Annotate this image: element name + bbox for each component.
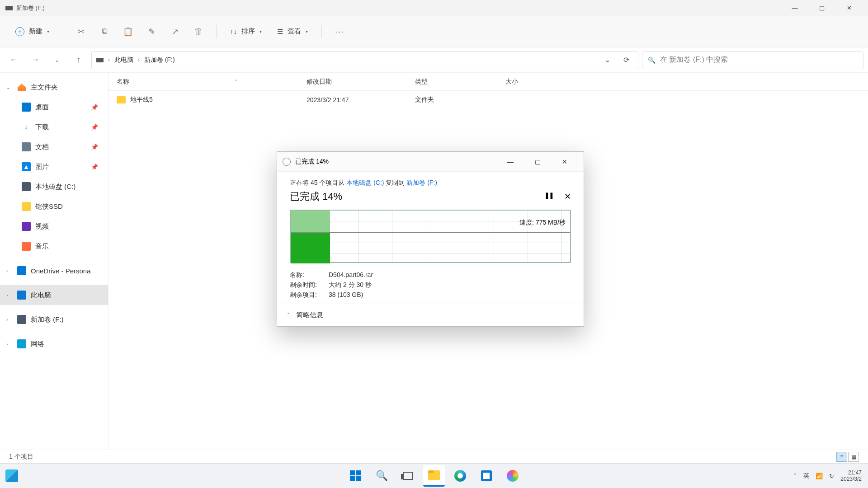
- name-value: D504.part06.rar: [329, 271, 373, 279]
- dialog-maximize-button[interactable]: ▢: [524, 154, 551, 170]
- column-size[interactable]: 大小: [497, 78, 561, 86]
- sidebar-videos[interactable]: 视频: [0, 216, 108, 236]
- status-bar: 1 个项目 ≡ ▦: [0, 450, 868, 463]
- sidebar-localdisk[interactable]: 本地磁盘 (C:): [0, 177, 108, 197]
- pin-icon: 📌: [91, 124, 98, 131]
- copy-dialog: 已完成 14% — ▢ ✕ 正在将 45 个项目从 本地磁盘 (C:) 复制到 …: [277, 151, 584, 327]
- sidebar-kioxia[interactable]: 铠侠SSD: [0, 197, 108, 216]
- sort-label: 排序: [241, 27, 255, 36]
- sidebar-thispc[interactable]: › 此电脑: [0, 285, 108, 305]
- sidebar-downloads[interactable]: ↓ 下载 📌: [0, 117, 108, 137]
- breadcrumb-drive[interactable]: 新加卷 (F:): [144, 56, 175, 64]
- up-button[interactable]: ↑: [70, 51, 88, 69]
- address-bar[interactable]: › 此电脑 › 新加卷 (F:) ⌄ ⟳: [91, 51, 638, 69]
- speed-chart: 速度: 775 MB/秒: [290, 210, 571, 263]
- more-button[interactable]: ⋯: [331, 23, 348, 40]
- sort-button[interactable]: ↑↓ 排序 ▾: [226, 24, 266, 38]
- address-dropdown[interactable]: ⌄: [600, 53, 614, 67]
- sidebar-label: 音乐: [35, 242, 49, 251]
- pin-icon: 📌: [91, 104, 98, 111]
- file-row[interactable]: 地平线5 2023/3/2 21:47 文件夹: [108, 91, 868, 109]
- rename-button[interactable]: ✎: [143, 23, 160, 40]
- details-view-button[interactable]: ≡: [836, 452, 847, 462]
- speed-label: 速度: 775 MB/秒: [519, 219, 566, 227]
- sort-icon: ↑↓: [230, 28, 237, 35]
- dialog-close-button[interactable]: ✕: [551, 154, 578, 170]
- collapse-label: 简略信息: [296, 311, 323, 319]
- time: 21:47: [840, 469, 862, 476]
- recent-button[interactable]: ⌄: [48, 51, 66, 69]
- breadcrumb-thispc[interactable]: 此电脑: [114, 56, 133, 64]
- taskview-button[interactable]: [397, 465, 419, 487]
- search-button[interactable]: 🔍: [371, 465, 392, 487]
- sidebar-onedrive[interactable]: › OneDrive - Persona: [0, 261, 108, 281]
- explorer-button[interactable]: [423, 465, 445, 487]
- sidebar-home[interactable]: ⌄ 主文件夹: [0, 77, 108, 97]
- pin-icon: 📌: [91, 164, 98, 170]
- new-button[interactable]: + 新建 ▾: [11, 24, 54, 39]
- items-value: 38 (103 GB): [329, 291, 363, 299]
- icons-view-button[interactable]: ▦: [848, 452, 859, 462]
- sidebar-desktop[interactable]: 桌面 📌: [0, 97, 108, 117]
- view-button[interactable]: ☰ 查看 ▾: [273, 24, 312, 38]
- chevron-down-icon: ⌄: [6, 85, 13, 90]
- cancel-button[interactable]: ✕: [564, 192, 571, 202]
- search-box[interactable]: 🔍 在 新加卷 (F:) 中搜索: [642, 51, 863, 69]
- dest-link[interactable]: 新加卷 (F:): [406, 179, 437, 186]
- sidebar-newvol[interactable]: › 新加卷 (F:): [0, 310, 108, 329]
- dialog-titlebar: 已完成 14% — ▢ ✕: [277, 152, 584, 172]
- sidebar-label: OneDrive - Persona: [31, 267, 91, 275]
- sidebar-music[interactable]: 音乐: [0, 236, 108, 256]
- file-type: 文件夹: [407, 96, 497, 104]
- widgets-button[interactable]: [5, 469, 18, 482]
- music-icon: [22, 242, 31, 251]
- sidebar-network[interactable]: › 网络: [0, 334, 108, 354]
- minimize-button[interactable]: —: [781, 1, 808, 15]
- refresh-button[interactable]: ⟳: [619, 53, 633, 67]
- cut-button[interactable]: ✂: [72, 23, 90, 40]
- clock[interactable]: 21:47 2023/3/2: [840, 469, 862, 483]
- close-button[interactable]: ✕: [835, 1, 863, 15]
- separator: [216, 25, 217, 38]
- back-button[interactable]: ←: [5, 51, 23, 69]
- column-date[interactable]: 修改日期: [298, 78, 407, 86]
- chevron-right-icon: ›: [6, 342, 13, 347]
- pin-icon: 📌: [91, 144, 98, 150]
- pause-button[interactable]: ❚❚: [544, 192, 553, 202]
- column-type[interactable]: 类型: [407, 78, 497, 86]
- maximize-button[interactable]: ▢: [808, 1, 835, 15]
- sidebar-label: 文档: [35, 143, 49, 151]
- delete-button[interactable]: 🗑: [190, 23, 207, 40]
- share-button[interactable]: ↗: [166, 23, 184, 40]
- sync-icon[interactable]: ↻: [829, 473, 834, 479]
- dialog-minimize-button[interactable]: —: [497, 154, 524, 170]
- sidebar-pictures[interactable]: ▲ 图片 📌: [0, 157, 108, 177]
- sidebar-documents[interactable]: 文档 📌: [0, 137, 108, 157]
- window-titlebar: 新加卷 (F:) — ▢ ✕: [0, 0, 868, 16]
- edge-button[interactable]: [449, 465, 471, 487]
- store-button[interactable]: [476, 465, 497, 487]
- paint-button[interactable]: [502, 465, 524, 487]
- home-icon: [17, 83, 26, 92]
- wifi-icon[interactable]: 📶: [816, 473, 823, 479]
- ime-indicator[interactable]: 英: [803, 472, 809, 480]
- view-label: 查看: [288, 27, 301, 36]
- window-title: 新加卷 (F:): [16, 4, 45, 12]
- document-icon: [22, 142, 31, 151]
- pc-icon: [17, 291, 26, 300]
- picture-icon: ▲: [22, 162, 31, 171]
- explorer-icon: [428, 470, 440, 480]
- paste-button[interactable]: 📋: [119, 23, 137, 40]
- source-link[interactable]: 本地磁盘 (C:): [346, 179, 384, 186]
- dialog-footer[interactable]: ˄ 简略信息: [277, 304, 584, 326]
- chevron-right-icon: ›: [108, 57, 110, 63]
- column-name[interactable]: 名称 ˄: [108, 78, 298, 86]
- tray-overflow-button[interactable]: ˄: [794, 473, 797, 479]
- item-count: 1 个项目: [9, 453, 33, 461]
- start-button[interactable]: [344, 465, 366, 487]
- copy-button[interactable]: ⧉: [96, 23, 113, 40]
- progress-label: 已完成 14%: [290, 190, 342, 203]
- sidebar-label: 视频: [35, 222, 49, 231]
- forward-button[interactable]: →: [26, 51, 44, 69]
- plus-icon: +: [15, 27, 24, 36]
